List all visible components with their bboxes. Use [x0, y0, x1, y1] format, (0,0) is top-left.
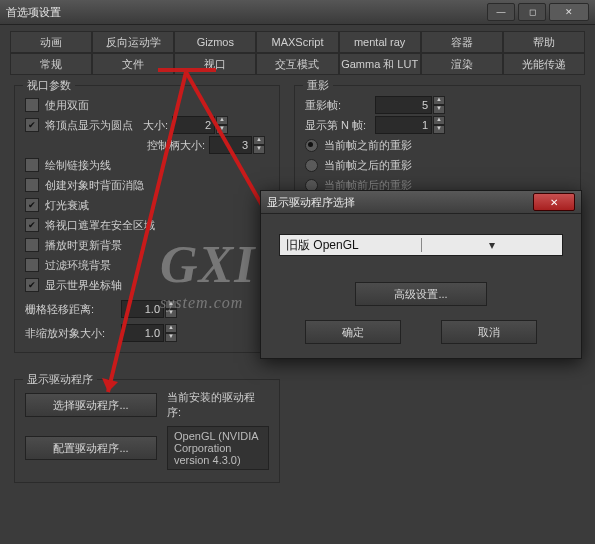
- dialog-title: 显示驱动程序选择: [267, 195, 355, 210]
- spin-down-icon[interactable]: ▼: [433, 105, 445, 114]
- lbl-play-bg: 播放时更新背景: [45, 238, 122, 253]
- chk-safe-zone[interactable]: [25, 218, 39, 232]
- spin-grid-input[interactable]: [121, 300, 164, 318]
- lbl-ghost-frames: 重影帧:: [305, 98, 375, 113]
- radio-before[interactable]: [305, 139, 318, 152]
- tab-help[interactable]: 帮助: [503, 31, 585, 53]
- lbl-backface: 创建对象时背面消隐: [45, 178, 144, 193]
- lbl-nonscale: 非缩放对象大小:: [25, 326, 121, 341]
- chk-filter-env[interactable]: [25, 258, 39, 272]
- dialog-close-button[interactable]: ✕: [533, 193, 575, 211]
- group-ghosting: 重影 重影帧: ▲▼ 显示第 N 帧: ▲▼ 当前帧之前的重影 当前帧之后的重影…: [294, 85, 581, 207]
- lbl-filter-env: 过滤环境背景: [45, 258, 111, 273]
- tab-interaction[interactable]: 交互模式: [256, 53, 338, 75]
- lbl-double-side: 使用双面: [45, 98, 89, 113]
- driver-combo-value: 旧版 OpenGL: [280, 237, 421, 254]
- spin-nonscale-input[interactable]: [121, 324, 164, 342]
- group-title: 视口参数: [23, 78, 75, 93]
- choose-driver-button[interactable]: 选择驱动程序...: [25, 393, 157, 417]
- current-driver-value: OpenGL (NVIDIA Corporation version 4.3.0…: [167, 426, 269, 470]
- lbl-vertex-dot: 将顶点显示为圆点: [45, 118, 133, 133]
- group-title: 显示驱动程序: [23, 372, 97, 387]
- lbl-grid-nudge: 栅格轻移距离:: [25, 302, 121, 317]
- tab-files[interactable]: 文件: [92, 53, 174, 75]
- chk-play-bg[interactable]: [25, 238, 39, 252]
- tab-gamma[interactable]: Gamma 和 LUT: [339, 53, 421, 75]
- close-button[interactable]: ✕: [549, 3, 589, 21]
- chevron-down-icon: ▾: [421, 238, 563, 252]
- chk-light-atten[interactable]: [25, 198, 39, 212]
- config-driver-button[interactable]: 配置驱动程序...: [25, 436, 157, 460]
- spin-ghost-frames[interactable]: [375, 96, 432, 114]
- spin-ghost-nth[interactable]: [375, 116, 432, 134]
- titlebar: 首选项设置 — ◻ ✕: [0, 0, 595, 25]
- spin-up-icon[interactable]: ▲: [433, 116, 445, 125]
- cancel-button[interactable]: 取消: [441, 320, 537, 344]
- tab-radiosity[interactable]: 光能传递: [503, 53, 585, 75]
- chk-backface[interactable]: [25, 178, 39, 192]
- spin-up-icon[interactable]: ▲: [216, 116, 228, 125]
- lbl-current-driver: 当前安装的驱动程序:: [167, 390, 269, 420]
- spin-up-icon[interactable]: ▲: [165, 324, 177, 333]
- lbl-after: 当前帧之后的重影: [324, 158, 412, 173]
- tab-render[interactable]: 渲染: [421, 53, 503, 75]
- tabs-row-2: 常规 文件 视口 交互模式 Gamma 和 LUT 渲染 光能传递: [10, 53, 585, 75]
- ok-button[interactable]: 确定: [305, 320, 401, 344]
- tab-mentalray[interactable]: mental ray: [339, 31, 421, 53]
- lbl-ghost-nth: 显示第 N 帧:: [305, 118, 375, 133]
- spin-up-icon[interactable]: ▲: [433, 96, 445, 105]
- group-display-driver: 显示驱动程序 选择驱动程序... 当前安装的驱动程序: 配置驱动程序... Op…: [14, 379, 280, 483]
- group-title: 重影: [303, 78, 333, 93]
- maximize-button[interactable]: ◻: [518, 3, 546, 21]
- lbl-size: 大小:: [143, 118, 168, 133]
- spin-down-icon[interactable]: ▼: [433, 125, 445, 134]
- minimize-button[interactable]: —: [487, 3, 515, 21]
- lbl-world-axis: 显示世界坐标轴: [45, 278, 122, 293]
- window-title: 首选项设置: [6, 5, 61, 20]
- group-viewport-params: 视口参数 使用双面 将顶点显示为圆点 大小: ▲▼ 控制柄大小: ▲▼ 绘制链接…: [14, 85, 280, 353]
- advanced-settings-button[interactable]: 高级设置...: [355, 282, 487, 306]
- spin-up-icon[interactable]: ▲: [253, 136, 265, 145]
- chk-world-axis[interactable]: [25, 278, 39, 292]
- tab-animation[interactable]: 动画: [10, 31, 92, 53]
- tabs-row-1: 动画 反向运动学 Gizmos MAXScript mental ray 容器 …: [10, 31, 585, 53]
- chk-double-side[interactable]: [25, 98, 39, 112]
- driver-select-dialog: 显示驱动程序选择 ✕ 旧版 OpenGL ▾ 高级设置... 确定 取消: [260, 190, 582, 359]
- spin-size-input[interactable]: [172, 116, 215, 134]
- spin-down-icon[interactable]: ▼: [165, 309, 177, 318]
- chk-vertex-dot[interactable]: [25, 118, 39, 132]
- spin-down-icon[interactable]: ▼: [165, 333, 177, 342]
- driver-combo[interactable]: 旧版 OpenGL ▾: [279, 234, 563, 256]
- chk-draw-links[interactable]: [25, 158, 39, 172]
- tab-ik[interactable]: 反向运动学: [92, 31, 174, 53]
- spin-down-icon[interactable]: ▼: [253, 145, 265, 154]
- tab-gizmos[interactable]: Gizmos: [174, 31, 256, 53]
- tab-maxscript[interactable]: MAXScript: [256, 31, 338, 53]
- dialog-titlebar: 显示驱动程序选择 ✕: [261, 191, 581, 214]
- lbl-handle-size: 控制柄大小:: [147, 138, 205, 153]
- lbl-safe-zone: 将视口遮罩在安全区域: [45, 218, 155, 233]
- spin-handle-input[interactable]: [209, 136, 252, 154]
- lbl-before: 当前帧之前的重影: [324, 138, 412, 153]
- radio-after[interactable]: [305, 159, 318, 172]
- spin-up-icon[interactable]: ▲: [165, 300, 177, 309]
- spin-down-icon[interactable]: ▼: [216, 125, 228, 134]
- tab-general[interactable]: 常规: [10, 53, 92, 75]
- lbl-light-atten: 灯光衰减: [45, 198, 89, 213]
- tab-viewport[interactable]: 视口: [174, 53, 256, 75]
- tab-container[interactable]: 容器: [421, 31, 503, 53]
- lbl-draw-links: 绘制链接为线: [45, 158, 111, 173]
